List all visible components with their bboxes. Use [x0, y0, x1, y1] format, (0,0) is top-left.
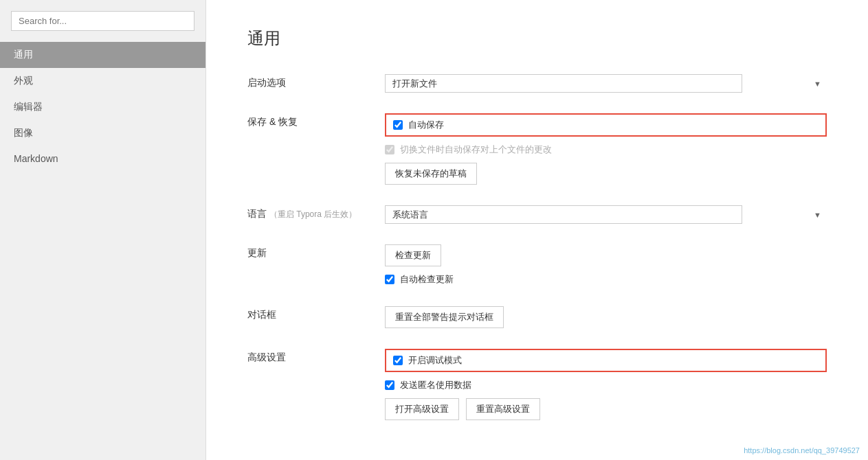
switch-save-label: 切换文件时自动保存对上个文件的更改	[400, 143, 552, 156]
updates-content: 检查更新 自动检查更新	[385, 244, 827, 286]
dialogs-section: 对话框 重置全部警告提示对话框	[247, 306, 827, 328]
sidebar-item-image[interactable]: 图像	[0, 120, 205, 146]
auto-check-row: 自动检查更新	[385, 273, 827, 286]
debug-mode-row: 开启调试模式	[385, 349, 827, 372]
language-select-arrow-icon: ▼	[814, 211, 821, 219]
auto-check-checkbox[interactable]	[385, 275, 394, 284]
advanced-section: 高级设置 开启调试模式 发送匿名使用数据 打开高级设置 重置高级设置	[247, 349, 827, 420]
anonymous-data-label: 发送匿名使用数据	[400, 379, 471, 391]
autosave-label: 自动保存	[408, 119, 444, 131]
reset-advanced-button[interactable]: 重置高级设置	[466, 398, 540, 420]
main-content: 通用 启动选项 打开新文件 打开最近文件 新建文件 ▼ 保存 & 恢复 自动保存	[206, 0, 868, 460]
startup-select-arrow-icon: ▼	[814, 80, 821, 88]
sidebar: 通用 外观 编辑器 图像 Markdown	[0, 0, 206, 460]
page-title: 通用	[247, 27, 827, 49]
dialogs-label: 对话框	[247, 306, 385, 321]
debug-mode-checkbox[interactable]	[393, 356, 403, 365]
save-restore-content: 自动保存 切换文件时自动保存对上个文件的更改 恢复未保存的草稿	[385, 113, 827, 185]
watermark: https://blog.csdn.net/qq_39749527	[744, 446, 860, 455]
search-wrapper	[0, 11, 205, 42]
recover-button-wrapper: 恢复未保存的草稿	[385, 163, 827, 185]
language-section: 语言 （重启 Typora 后生效） 系统语言 English 简体中文 繁體中…	[247, 205, 827, 224]
anonymous-data-checkbox[interactable]	[385, 380, 394, 390]
language-sublabel: （重启 Typora 后生效）	[269, 209, 357, 219]
open-advanced-button[interactable]: 打开高级设置	[385, 398, 459, 420]
recover-button[interactable]: 恢复未保存的草稿	[385, 163, 477, 185]
autosave-row: 自动保存	[385, 113, 827, 137]
startup-select-wrapper: 打开新文件 打开最近文件 新建文件 ▼	[385, 74, 827, 93]
check-update-button[interactable]: 检查更新	[385, 244, 441, 266]
sidebar-item-general[interactable]: 通用	[0, 42, 205, 68]
reset-dialogs-button-wrapper: 重置全部警告提示对话框	[385, 306, 827, 328]
startup-select[interactable]: 打开新文件 打开最近文件 新建文件	[385, 74, 742, 93]
language-content: 系统语言 English 简体中文 繁體中文 ▼	[385, 205, 827, 224]
startup-content: 打开新文件 打开最近文件 新建文件 ▼	[385, 74, 827, 93]
check-update-button-wrapper: 检查更新	[385, 244, 827, 266]
dialogs-content: 重置全部警告提示对话框	[385, 306, 827, 328]
startup-section: 启动选项 打开新文件 打开最近文件 新建文件 ▼	[247, 74, 827, 93]
autosave-checkbox[interactable]	[393, 120, 403, 130]
reset-dialogs-button[interactable]: 重置全部警告提示对话框	[385, 306, 504, 328]
advanced-label: 高级设置	[247, 349, 385, 364]
updates-label: 更新	[247, 244, 385, 260]
language-select-wrapper: 系统语言 English 简体中文 繁體中文 ▼	[385, 205, 827, 224]
sidebar-item-editor[interactable]: 编辑器	[0, 94, 205, 120]
advanced-buttons-row: 打开高级设置 重置高级设置	[385, 398, 827, 420]
updates-section: 更新 检查更新 自动检查更新	[247, 244, 827, 286]
switch-save-row: 切换文件时自动保存对上个文件的更改	[385, 143, 827, 156]
search-input[interactable]	[11, 11, 194, 31]
sidebar-item-appearance[interactable]: 外观	[0, 68, 205, 94]
save-restore-section: 保存 & 恢复 自动保存 切换文件时自动保存对上个文件的更改 恢复未保存的草稿	[247, 113, 827, 185]
language-select[interactable]: 系统语言 English 简体中文 繁體中文	[385, 205, 742, 224]
sidebar-item-markdown[interactable]: Markdown	[0, 146, 205, 171]
advanced-content: 开启调试模式 发送匿名使用数据 打开高级设置 重置高级设置	[385, 349, 827, 420]
debug-mode-label: 开启调试模式	[408, 354, 462, 367]
save-restore-label: 保存 & 恢复	[247, 113, 385, 128]
auto-check-label: 自动检查更新	[400, 273, 454, 286]
switch-save-checkbox[interactable]	[385, 145, 394, 154]
startup-label: 启动选项	[247, 74, 385, 89]
anonymous-data-row: 发送匿名使用数据	[385, 379, 827, 391]
language-label: 语言 （重启 Typora 后生效）	[247, 205, 385, 220]
